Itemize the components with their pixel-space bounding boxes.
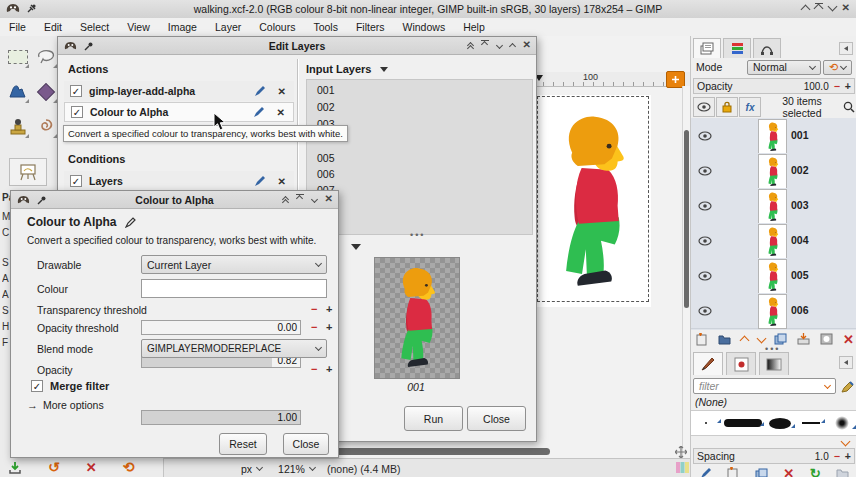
tab-brushes[interactable] [693, 352, 723, 375]
preview-expander-icon[interactable] [351, 244, 361, 250]
menu-layer[interactable]: Layer [206, 18, 250, 36]
lower-dialog-icon[interactable] [311, 196, 318, 203]
eye-icon[interactable] [698, 306, 712, 316]
eye-icon[interactable] [698, 236, 712, 246]
menu-select[interactable]: Select [71, 18, 118, 36]
close-dialog-icon[interactable]: ✕ [325, 194, 333, 205]
lock-button[interactable] [716, 97, 738, 117]
zoom-dropdown[interactable]: 121% [278, 463, 315, 475]
close-button[interactable]: Close [283, 433, 329, 455]
layer-row[interactable]: 002 [691, 153, 856, 189]
delete-brush-icon[interactable]: ✕ [783, 467, 794, 477]
layer-row[interactable]: 004 [691, 223, 856, 259]
layer-name[interactable]: 004 [791, 234, 809, 246]
shade-dialog-icon[interactable] [283, 194, 288, 205]
unit-dropdown[interactable]: px [241, 463, 262, 475]
tab-patterns[interactable] [726, 352, 756, 375]
condition-row[interactable]: Layers ✕ [64, 171, 294, 191]
image-easel-icon[interactable] [9, 158, 47, 186]
window-titlebar[interactable]: walking.xcf-2.0 (RGB colour 8-bit non-li… [0, 0, 856, 19]
spacing-increase-icon[interactable]: + [845, 450, 851, 462]
delete-tool-preset-icon[interactable]: ✕ [86, 461, 97, 474]
transform-tool[interactable] [33, 80, 58, 104]
open-brush-folder-icon[interactable] [836, 468, 849, 477]
edit-brush-button-icon[interactable] [699, 467, 712, 477]
restore-tool-preset-icon[interactable]: ↺ [48, 460, 60, 474]
edit-condition-icon[interactable] [254, 175, 266, 187]
brush-filter-input[interactable]: filter [693, 378, 836, 394]
opacity-decrease-icon[interactable]: − [834, 80, 840, 92]
colour-swatch-input[interactable] [141, 279, 327, 298]
menu-windows[interactable]: Windows [394, 18, 455, 36]
edit-action-icon[interactable] [254, 85, 266, 97]
delete-layer-icon[interactable]: ✕ [843, 333, 854, 346]
opacity-increase-icon[interactable]: + [845, 80, 851, 92]
more-options-expander[interactable]: → More options [27, 399, 104, 411]
tab-paths[interactable] [753, 38, 781, 58]
transparency-threshold-slider[interactable]: 0.00 [141, 320, 301, 335]
action-row[interactable]: Colour to Alpha ✕ [64, 102, 294, 122]
opacity-increase-icon[interactable]: + [326, 363, 332, 375]
dock-dialog-icon[interactable] [481, 40, 489, 51]
fuzzy-select-tool[interactable] [5, 80, 30, 104]
menu-view[interactable]: View [118, 18, 159, 36]
drawable-dropdown[interactable]: Current Layer [141, 255, 327, 274]
layer-opacity-slider[interactable]: Opacity 100.0 − + [693, 78, 855, 94]
new-layer-icon[interactable] [696, 333, 708, 346]
visibility-toggle-button[interactable] [693, 97, 715, 117]
menu-image[interactable]: Image [159, 18, 206, 36]
input-layers-list[interactable]: 001 002 003 005 006 007 [306, 79, 533, 235]
spacing-decrease-icon[interactable]: − [834, 450, 840, 462]
search-icon[interactable] [843, 101, 855, 113]
new-brush-icon[interactable] [727, 467, 739, 477]
layer-row[interactable]: 003 [691, 188, 856, 224]
eye-icon[interactable] [698, 201, 712, 211]
reset-button[interactable]: Reset [219, 433, 267, 455]
close-dialog-icon[interactable]: ✕ [523, 40, 531, 51]
tab-channels[interactable] [723, 38, 751, 58]
menu-file[interactable]: File [0, 18, 35, 36]
raise-dialog-icon[interactable] [509, 43, 516, 50]
eye-icon[interactable] [698, 166, 712, 176]
refresh-brushes-icon[interactable]: ↻ [810, 467, 821, 477]
eye-icon[interactable] [698, 271, 712, 281]
lower-dialog-icon[interactable] [496, 42, 503, 49]
menu-filters[interactable]: Filters [347, 18, 394, 36]
merge-filter-row[interactable]: Merge filter [31, 380, 109, 392]
tab-gradients[interactable] [759, 352, 789, 375]
input-layer-item[interactable]: 001 [317, 84, 335, 96]
smudge-tool[interactable] [33, 115, 58, 139]
free-select-tool[interactable] [33, 45, 58, 69]
canvas-image[interactable] [535, 95, 651, 307]
layer-name[interactable]: 002 [791, 164, 809, 176]
merge-filter-checkbox[interactable] [31, 380, 43, 392]
menu-help[interactable]: Help [454, 18, 494, 36]
action-row[interactable]: gimp-layer-add-alpha ✕ [64, 81, 294, 101]
close-button[interactable]: Close [467, 406, 526, 431]
brush-preview[interactable] [691, 422, 722, 424]
layer-name[interactable]: 003 [791, 199, 809, 211]
layer-name[interactable]: 001 [791, 129, 809, 141]
layer-name[interactable]: 006 [791, 304, 809, 316]
menu-tools[interactable]: Tools [304, 18, 347, 36]
raise-layer-icon[interactable] [739, 336, 749, 346]
brush-preview[interactable] [796, 422, 827, 424]
tab-layers[interactable] [693, 38, 721, 58]
maximize-window-icon[interactable] [815, 3, 823, 13]
rectangle-select-tool[interactable] [5, 45, 30, 69]
input-layer-item[interactable]: 002 [317, 101, 335, 113]
remove-condition-icon[interactable]: ✕ [278, 176, 286, 187]
blend-mode-dropdown[interactable]: GIMPLAYERMODEREPLACE [141, 339, 327, 358]
run-button[interactable]: Run [404, 406, 463, 431]
remove-action-icon[interactable]: ✕ [278, 86, 286, 97]
opacity-threshold-increase-icon[interactable]: + [326, 321, 332, 333]
menu-colours[interactable]: Colours [250, 18, 304, 36]
transparency-increase-icon[interactable]: + [326, 303, 332, 315]
pane-resize-handle[interactable]: ••• [410, 230, 425, 240]
condition-checkbox[interactable] [70, 175, 82, 187]
navigation-cross-icon[interactable] [675, 446, 687, 458]
tab-menu-button[interactable] [839, 42, 853, 55]
brush-preview[interactable] [765, 418, 796, 429]
edit-action-icon[interactable] [253, 106, 265, 118]
action-checkbox[interactable] [71, 106, 83, 118]
